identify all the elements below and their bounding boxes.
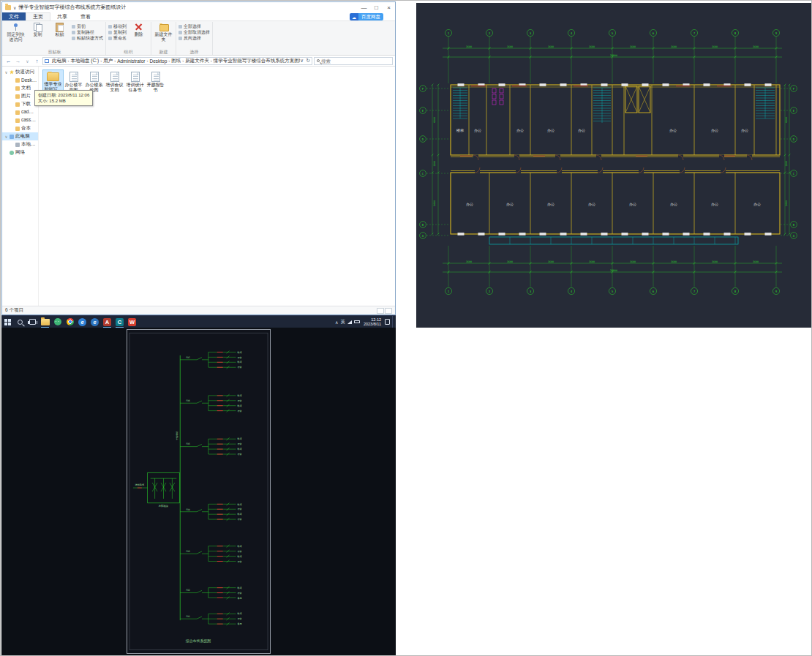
breadcrumb-item-1[interactable]: 本地磁盘 (C:)	[69, 58, 101, 64]
show-desktop-button[interactable]	[392, 316, 394, 328]
tab-file[interactable]: 文件	[2, 12, 26, 20]
breadcrumb-item-0[interactable]: 此电脑	[50, 58, 68, 64]
sidebar-item-0[interactable]: ∨快速访问	[2, 68, 38, 76]
svg-text:数据: 数据	[237, 555, 242, 558]
ime-indicator[interactable]: 英	[340, 319, 345, 325]
sidebar-item-3[interactable]: 图片	[2, 92, 38, 100]
sidebar-item-6[interactable]: cass工程图	[2, 116, 38, 124]
file-item-5[interactable]: 开题报告书	[146, 70, 165, 93]
back-button[interactable]: ←	[4, 57, 12, 65]
tray-chevron-icon[interactable]: ∧	[335, 320, 338, 325]
svg-text:1: 1	[448, 290, 450, 293]
address-bar[interactable]: 此电脑›本地磁盘 (C:)›用户›Administrator›Desktop›图…	[42, 57, 312, 65]
svg-text:3600: 3600	[671, 45, 677, 48]
svg-text:办公: 办公	[629, 202, 636, 206]
copy-icon	[33, 23, 42, 31]
pin-icon	[11, 23, 20, 31]
svg-text:办公: 办公	[474, 128, 481, 132]
schematic-title: 综合布线系统图	[186, 638, 211, 644]
edge-button[interactable]: e	[76, 316, 89, 328]
autocad-button[interactable]: A	[101, 316, 113, 328]
address-dropdown-icon[interactable]: ∨	[300, 58, 304, 64]
refresh-icon[interactable]: ↻	[306, 58, 310, 64]
notification-center-icon[interactable]	[385, 319, 390, 325]
task-view-button[interactable]	[26, 316, 39, 328]
search-button[interactable]	[14, 316, 26, 328]
svg-text:C: C	[793, 172, 795, 176]
system-tray: ∧ 英 12:12 2023/8/11	[335, 316, 396, 328]
file-list-area[interactable]: 懂学专业智能写字楼综合布线系统方案图纸设计办公楼平面图办公楼系统图培训会议文档培…	[39, 67, 395, 306]
svg-text:6: 6	[653, 31, 655, 35]
doc-icon	[90, 72, 99, 82]
search-input[interactable]	[321, 59, 390, 64]
maximize-button[interactable]: □	[370, 2, 383, 12]
close-button[interactable]: ×	[383, 2, 395, 12]
ie-button[interactable]: e	[89, 316, 101, 328]
tab-share[interactable]: 共享	[50, 12, 74, 20]
sidebar-item-8[interactable]: ∨此电脑	[2, 132, 38, 140]
minimize-button[interactable]: —	[358, 2, 370, 12]
rename-button[interactable]: 重命名	[108, 35, 127, 41]
ribbon-tabs: 文件 主页 共享 查看 ☁ 百度网盘	[2, 12, 395, 21]
pin-quick-access-button[interactable]: 固定到快速访问	[6, 22, 26, 42]
battery-icon[interactable]	[354, 320, 360, 324]
up-button[interactable]: ↑	[33, 57, 41, 65]
breadcrumb-item-5[interactable]: 图纸	[170, 58, 182, 64]
sidebar-item-5[interactable]: cad图+web图	[2, 108, 38, 116]
sidebar-item-10[interactable]: 网络	[2, 148, 38, 157]
sidebar-item-2[interactable]: 文档	[2, 84, 38, 92]
chrome-button[interactable]	[64, 316, 76, 328]
breadcrumb-item-2[interactable]: 用户	[102, 58, 114, 64]
taskbar-clock[interactable]: 12:12 2023/8/11	[362, 317, 383, 327]
delete-button[interactable]: 删除	[129, 22, 149, 37]
file-item-label: 开题报告书	[146, 83, 165, 92]
delete-label: 删除	[135, 32, 143, 37]
thumbnails-view-button[interactable]	[385, 308, 392, 314]
cad-floorplan-viewport[interactable]: 3600360036003600360036003600360036003600…	[416, 3, 811, 328]
quick-access-toolbar-arrow-icon[interactable]: ∨	[13, 5, 16, 10]
copy-button[interactable]: 复制	[28, 22, 48, 37]
svg-text:语音: 语音	[237, 592, 242, 595]
breadcrumb-item-4[interactable]: Desktop	[148, 59, 168, 64]
paste-button[interactable]: 粘贴	[50, 22, 69, 37]
file-explorer-button[interactable]	[39, 316, 51, 328]
details-view-button[interactable]	[377, 308, 384, 314]
cad-schematic-viewport[interactable]: 干线电缆数据语音数据语音FD7数据语音数据语音FD6数据语音数据语音FD5数据语…	[1, 328, 396, 656]
folder-icon	[15, 78, 20, 83]
pc-icon	[10, 135, 14, 139]
paste-shortcut-button[interactable]: 粘贴快捷方式	[72, 35, 103, 41]
recent-locations-button[interactable]: ∨	[23, 57, 31, 65]
sidebar-item-label: 快速访问	[15, 69, 34, 75]
breadcrumb-item-7[interactable]: 懂学专业智能写字楼综合布线系统方案图纸设计	[212, 58, 300, 64]
breadcrumb-item-6[interactable]: 新建文件夹	[184, 58, 211, 64]
sidebar-item-1[interactable]: Desktop	[2, 76, 38, 84]
breadcrumb-item-3[interactable]: Administrator	[116, 59, 146, 64]
screen: ∨ 懂学专业智能写字楼综合布线系统方案图纸设计 — □ × 文件 主页 共享 查…	[0, 0, 812, 656]
tab-view[interactable]: 查看	[74, 12, 97, 20]
wps-button[interactable]: W	[126, 316, 138, 328]
sidebar-item-9[interactable]: 本地磁盘 (C:)	[2, 140, 38, 148]
wechat-button[interactable]	[51, 316, 64, 328]
svg-text:进线电缆: 进线电缆	[135, 483, 145, 486]
network-icon[interactable]	[347, 320, 352, 324]
ie-icon: e	[91, 318, 99, 326]
svg-text:FD1: FD1	[186, 615, 190, 618]
file-item-0[interactable]: 懂学专业智能写字楼综合布线系统方案图纸设计	[43, 70, 63, 92]
file-item-3[interactable]: 培训会议文档	[105, 70, 124, 93]
file-explorer-window: ∨ 懂学专业智能写字楼综合布线系统方案图纸设计 — □ × 文件 主页 共享 查…	[1, 1, 396, 315]
tab-home[interactable]: 主页	[26, 12, 50, 20]
search-box[interactable]	[314, 57, 393, 65]
sidebar-item-label: 此电脑	[15, 133, 30, 140]
file-item-4[interactable]: 培训设计任务书	[125, 70, 145, 93]
svg-text:3600: 3600	[630, 45, 636, 48]
invert-selection-button[interactable]: 反向选择	[178, 35, 210, 41]
cloud-sync-button[interactable]: ☁ 百度网盘	[350, 13, 383, 20]
svg-text:6: 6	[653, 290, 655, 293]
new-folder-icon	[159, 23, 168, 31]
forward-button[interactable]: →	[14, 57, 22, 65]
new-folder-button[interactable]: 新建文件夹	[154, 22, 173, 42]
start-button[interactable]	[1, 316, 14, 328]
cad-viewer-button[interactable]: C	[113, 316, 126, 328]
sidebar-item-4[interactable]: 下载	[2, 100, 38, 108]
sidebar-item-7[interactable]: 合本	[2, 124, 38, 132]
